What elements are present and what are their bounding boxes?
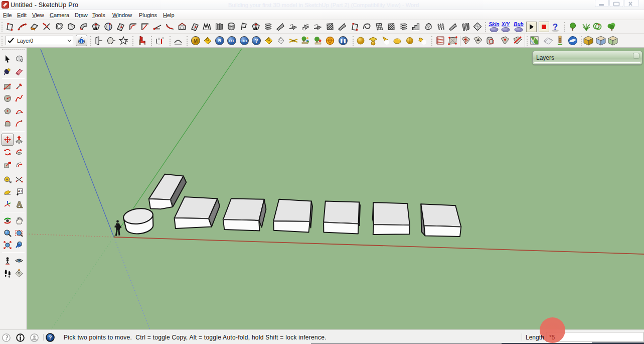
svg-text:A1: A1	[18, 189, 23, 193]
svg-text:X/Y: X/Y	[501, 22, 510, 27]
svg-text:i: i	[81, 39, 82, 44]
svg-text:R: R	[218, 38, 222, 43]
svg-text:BR: BR	[241, 39, 247, 43]
svg-text:M: M	[194, 38, 198, 44]
svg-text:?: ?	[48, 334, 52, 340]
svg-text:Bub: Bub	[514, 22, 523, 27]
svg-text:❚❚: ❚❚	[340, 39, 346, 44]
svg-text:?: ?	[255, 38, 258, 44]
svg-text:RT: RT	[229, 39, 235, 43]
svg-text:Skin: Skin	[489, 22, 499, 27]
